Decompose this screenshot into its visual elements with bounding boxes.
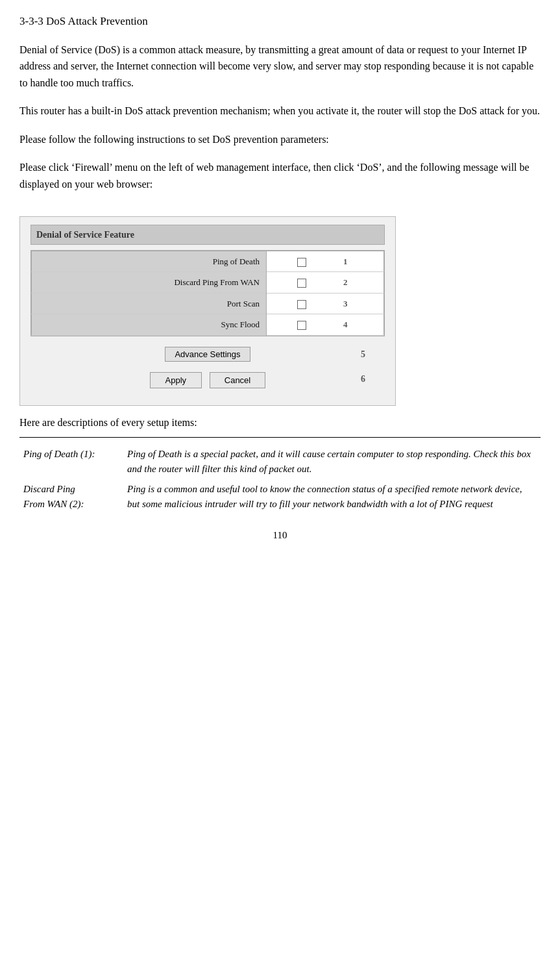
dos-row-label: Ping of Death: [32, 251, 267, 272]
descriptions-table: Ping of Death (1): Ping of Death is a sp…: [19, 444, 541, 515]
dos-row-label: Sync Flood: [32, 314, 267, 336]
dos-row-number: 1: [337, 251, 383, 272]
table-row: Sync Flood 4: [32, 314, 384, 336]
desc-text: Ping is a common and useful tool to know…: [123, 479, 541, 515]
checkbox-icon[interactable]: [297, 321, 306, 330]
checkbox-icon[interactable]: [297, 279, 306, 288]
page-number: 110: [19, 528, 541, 543]
page-title: 3-3-3 DoS Attack Prevention: [19, 13, 541, 30]
dos-row-label: Discard Ping From WAN: [32, 272, 267, 294]
list-item: Discard PingFrom WAN (2): Ping is a comm…: [19, 479, 541, 515]
dos-table-container: Ping of Death 1 Discard Ping From WAN 2 …: [30, 250, 385, 336]
apply-button[interactable]: Apply: [150, 372, 202, 388]
list-item: Ping of Death (1): Ping of Death is a sp…: [19, 444, 541, 480]
advance-settings-button[interactable]: Advance Settings: [165, 347, 250, 362]
dos-row-number: 3: [337, 293, 383, 314]
apply-number-label: 6: [361, 372, 365, 386]
paragraph-2: This router has a built-in DoS attack pr…: [19, 103, 541, 119]
desc-text: Ping of Death is a special packet, and i…: [123, 444, 541, 480]
dos-row-label: Port Scan: [32, 293, 267, 314]
dos-row-checkbox[interactable]: [267, 272, 337, 294]
advance-number-label: 5: [361, 347, 365, 361]
descriptions-intro: Here are descriptions of every setup ite…: [19, 415, 541, 431]
dos-feature-box: Denial of Service Feature Ping of Death …: [19, 216, 396, 406]
checkbox-icon[interactable]: [297, 258, 306, 267]
dos-row-checkbox[interactable]: [267, 251, 337, 272]
table-row: Discard Ping From WAN 2: [32, 272, 384, 294]
divider: [19, 437, 541, 438]
paragraph-4: Please click ‘Firewall’ menu on the left…: [19, 159, 541, 192]
dos-feature-title: Denial of Service Feature: [30, 225, 385, 245]
dos-row-number: 2: [337, 272, 383, 294]
paragraph-3: Please follow the following instructions…: [19, 131, 541, 148]
table-row: Ping of Death 1: [32, 251, 384, 272]
checkbox-icon[interactable]: [297, 300, 306, 309]
dos-bottom-area: Advance Settings 5 Apply Cancel 6: [30, 336, 385, 395]
cancel-button[interactable]: Cancel: [210, 372, 265, 388]
dos-row-checkbox[interactable]: [267, 314, 337, 336]
paragraph-1: Denial of Service (DoS) is a common atta…: [19, 42, 541, 92]
dos-ui-screenshot: Denial of Service Feature Ping of Death …: [19, 205, 541, 408]
table-row: Port Scan 3: [32, 293, 384, 314]
dos-options-table: Ping of Death 1 Discard Ping From WAN 2 …: [31, 251, 384, 336]
dos-row-checkbox[interactable]: [267, 293, 337, 314]
desc-label: Ping of Death (1):: [19, 444, 123, 480]
desc-label: Discard PingFrom WAN (2):: [19, 479, 123, 515]
dos-row-number: 4: [337, 314, 383, 336]
